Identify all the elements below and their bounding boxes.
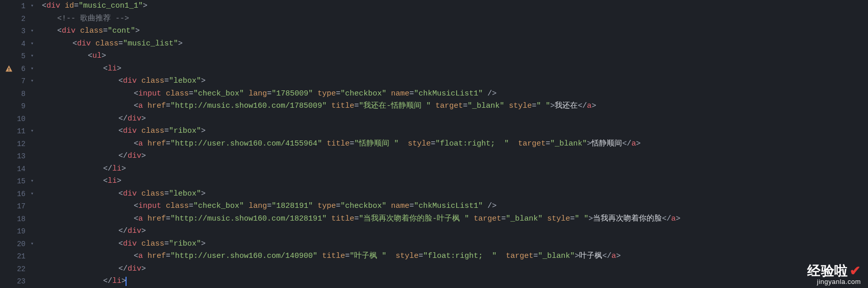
line-number: 8 xyxy=(10,88,26,101)
code-line[interactable]: <div id="music_con1_1"> xyxy=(42,0,868,13)
fold-icon[interactable]: ▾ xyxy=(29,175,36,188)
gutter-row[interactable]: 1 ▾ xyxy=(0,0,40,13)
line-number: 15 xyxy=(10,175,26,188)
code-line[interactable]: </div> xyxy=(42,113,868,126)
gutter-row[interactable]: 22 xyxy=(0,263,40,276)
comment-close: --> xyxy=(111,13,129,26)
code-line[interactable]: </div> xyxy=(42,150,868,163)
fold-icon[interactable]: ▾ xyxy=(29,38,36,51)
fold-icon[interactable]: ▾ xyxy=(29,75,36,88)
gutter-row[interactable]: 19 xyxy=(0,225,40,238)
line-number: 16 xyxy=(10,188,26,201)
code-line[interactable]: <ul> xyxy=(42,50,868,63)
fold-icon[interactable]: ▾ xyxy=(29,238,36,251)
code-line[interactable]: <div class="lebox"> xyxy=(42,188,868,201)
punct: < xyxy=(42,0,46,13)
line-number: 21 xyxy=(10,250,26,263)
code-line[interactable]: <div class="lebox"> xyxy=(42,75,868,88)
attr-name: id xyxy=(65,0,74,13)
code-line[interactable]: <div class="music_list"> xyxy=(42,38,868,51)
code-line[interactable]: <input class="check_box" lang="1785009" … xyxy=(42,88,868,101)
fold-icon[interactable]: ▾ xyxy=(29,125,36,138)
gutter-row[interactable]: 13 xyxy=(0,150,40,163)
gutter-row[interactable]: 16 ▾ xyxy=(0,188,40,201)
gutter-row[interactable]: 8 xyxy=(0,88,40,101)
line-number: 23 xyxy=(10,275,26,288)
line-number: 22 xyxy=(10,263,26,276)
gutter-row[interactable]: 15 ▾ xyxy=(0,175,40,188)
line-number: 13 xyxy=(10,150,26,163)
gutter-row[interactable]: 7 ▾ xyxy=(0,75,40,88)
code-line[interactable]: <!-- 歌曲推荐 --> xyxy=(42,13,868,26)
gutter-row[interactable]: 5 ▾ xyxy=(0,50,40,63)
fold-icon[interactable]: ▾ xyxy=(29,50,36,63)
line-number: 3 xyxy=(10,25,26,38)
line-number: 11 xyxy=(10,125,26,138)
gutter: 1 ▾ 2 3 ▾ 4 ▾ 5 ▾ 6 ▾ 7 ▾ xyxy=(0,0,40,288)
line-number: 20 xyxy=(10,238,26,251)
line-number: 18 xyxy=(10,213,26,226)
code-line[interactable]: </div> xyxy=(42,263,868,276)
code-line[interactable]: <li> xyxy=(42,175,868,188)
fold-icon[interactable]: ▾ xyxy=(29,25,36,38)
svg-rect-1 xyxy=(9,70,10,71)
svg-rect-0 xyxy=(9,67,10,69)
line-number: 14 xyxy=(10,163,26,176)
gutter-row[interactable]: 3 ▾ xyxy=(0,25,40,38)
gutter-row[interactable]: 23 xyxy=(0,275,40,288)
gutter-row[interactable]: 10 xyxy=(0,113,40,126)
line-number: 2 xyxy=(10,13,26,26)
line-number: 10 xyxy=(10,113,26,126)
code-line[interactable]: <div class="ribox"> xyxy=(42,125,868,138)
gutter-row[interactable]: 11 ▾ xyxy=(0,125,40,138)
line-number: 5 xyxy=(10,50,26,63)
line-number: 9 xyxy=(10,100,26,113)
text-cursor xyxy=(126,277,127,286)
line-number: 4 xyxy=(10,38,26,51)
code-area[interactable]: <div id="music_con1_1"> <!-- 歌曲推荐 --> <d… xyxy=(40,0,868,288)
code-line[interactable]: <li> xyxy=(42,63,868,76)
link-text: 我还在 xyxy=(555,100,578,113)
gutter-row[interactable]: 2 xyxy=(0,13,40,26)
code-editor[interactable]: 1 ▾ 2 3 ▾ 4 ▾ 5 ▾ 6 ▾ 7 ▾ xyxy=(0,0,868,288)
gutter-row[interactable]: 12 xyxy=(0,138,40,151)
line-number: 7 xyxy=(10,75,26,88)
code-line[interactable]: </div> xyxy=(42,225,868,238)
code-line[interactable]: <input class="check_box" lang="1828191" … xyxy=(42,200,868,213)
gutter-row[interactable]: 9 xyxy=(0,100,40,113)
comment-text: 歌曲推荐 xyxy=(80,13,111,26)
attr-value: "music_con1_1" xyxy=(79,0,143,13)
gutter-row[interactable]: 14 xyxy=(0,163,40,176)
code-line[interactable]: <a href="http://music.show160.com/182819… xyxy=(42,213,868,226)
gutter-row[interactable]: 21 xyxy=(0,250,40,263)
code-line[interactable]: <div class="cont"> xyxy=(42,25,868,38)
line-number: 19 xyxy=(10,225,26,238)
code-line[interactable]: <a href="http://music.show160.com/178500… xyxy=(42,100,868,113)
code-line[interactable]: </li> xyxy=(42,275,868,288)
code-line[interactable]: <a href="http://user.show160.com/140900"… xyxy=(42,250,868,263)
gutter-row[interactable]: 18 xyxy=(0,213,40,226)
fold-icon[interactable]: ▾ xyxy=(29,0,36,13)
gutter-row[interactable]: 4 ▾ xyxy=(0,38,40,51)
line-number: 12 xyxy=(10,138,26,151)
tag-name: div xyxy=(46,0,60,13)
gutter-row[interactable]: 17 xyxy=(0,200,40,213)
code-line[interactable]: <a href="http://user.show160.com/4155964… xyxy=(42,138,868,151)
gutter-row[interactable]: 6 ▾ xyxy=(0,63,40,76)
code-line[interactable]: </li> xyxy=(42,163,868,176)
fold-icon[interactable]: ▾ xyxy=(29,188,36,201)
comment-open: <!-- xyxy=(57,13,80,26)
code-line[interactable]: <div class="ribox"> xyxy=(42,238,868,251)
line-number: 17 xyxy=(10,200,26,213)
line-number: 1 xyxy=(10,0,26,13)
gutter-row[interactable]: 20 ▾ xyxy=(0,238,40,251)
fold-icon[interactable]: ▾ xyxy=(29,63,36,76)
